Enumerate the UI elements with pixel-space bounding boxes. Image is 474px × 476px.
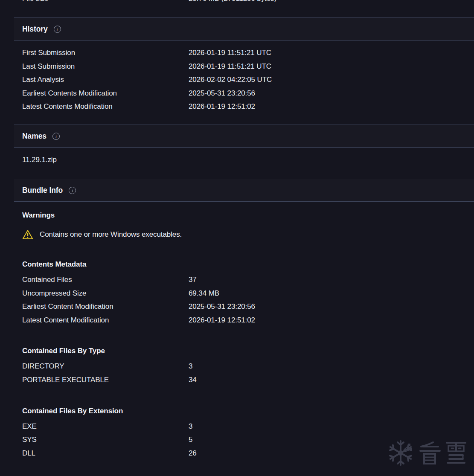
row-value: 2026-01-19 12:51:02 [189,100,255,113]
row-label: Contained Files [22,273,189,287]
table-row: Last Analysis 2026-02-02 04:22:05 UTC [22,73,474,87]
table-row: EXE 3 [22,420,474,433]
names-section-header: Names i [14,125,474,147]
info-icon[interactable]: i [54,26,61,33]
file-size-row: File size 25.76 MB (27011256 bytes) [22,0,474,3]
file-size-label: File size [22,0,189,3]
history-section: History i First Submission 2026-01-19 11… [14,17,474,125]
details-page: History i First Submission 2026-01-19 11… [0,17,474,468]
table-row: Latest Contents Modification 2026-01-19 … [22,100,474,113]
warning-text: Contains one or more Windows executables… [40,230,182,239]
group-title: Contents Metadata [22,260,474,269]
row-value: 37 [189,273,197,287]
row-label: Uncompressed Size [22,287,189,300]
row-label: Earliest Content Modification [22,300,189,313]
table-row: Latest Content Modification 2026-01-19 1… [22,313,474,327]
group-title: Contained Files By Extension [22,406,474,416]
row-value: 2025-05-31 23:20:56 [189,87,255,100]
row-label: Last Submission [22,60,189,73]
table-row: DLL 26 [22,447,474,460]
table-row: Last Submission 2026-01-19 11:51:21 UTC [22,60,474,73]
names-section: Names i 11.29.1.zip [14,125,474,179]
table-row: Contained Files 37 [22,273,474,287]
row-value: 5 [189,433,192,447]
row-value: 2026-01-19 11:51:21 UTC [189,46,271,60]
row-value: 2026-02-02 04:22:05 UTC [189,73,272,87]
table-row: SYS 5 [22,433,474,447]
history-section-header: History i [14,18,474,40]
table-row: PORTABLE EXECUTABLE 34 [22,373,474,387]
row-label: First Submission [22,46,189,60]
warning-item: Contains one or more Windows executables… [22,229,474,240]
row-value: 2025-05-31 23:20:56 [189,300,255,313]
names-body: 11.29.1.zip [14,147,474,179]
row-label: Last Analysis [22,73,189,87]
row-value: 3 [189,360,192,373]
file-size-value: 25.76 MB (27011256 bytes) [189,0,276,3]
row-label: SYS [22,433,189,447]
table-row: First Submission 2026-01-19 11:51:21 UTC [22,46,474,60]
list-item: 11.29.1.zip [22,153,474,167]
bundle-info-section-header: Bundle Info i [14,179,474,201]
row-value: 69.34 MB [189,287,219,300]
row-label: DLL [22,447,189,460]
row-label: EXE [22,420,189,433]
names-title: Names [22,132,47,141]
table-row: DIRECTORY 3 [22,360,474,373]
table-row: Earliest Content Modification 2025-05-31… [22,300,474,313]
row-label: PORTABLE EXECUTABLE [22,373,189,387]
history-title: History [22,25,48,34]
files-by-type-group: Contained Files By Type DIRECTORY 3 PORT… [22,346,474,386]
row-value: 26 [189,447,197,460]
bundle-info-body: Warnings Contains one or more Windows ex… [14,201,474,468]
table-row: Earliest Contents Modification 2025-05-3… [22,87,474,100]
row-label: Earliest Contents Modification [22,87,189,100]
row-label: Latest Content Modification [22,313,189,327]
row-value: 2026-01-19 11:51:21 UTC [189,60,271,73]
row-value: 3 [189,420,192,433]
group-title: Contained Files By Type [22,346,474,356]
row-label: Latest Contents Modification [22,100,189,113]
bundle-info-section: Bundle Info i Warnings Contains one or m… [14,179,474,468]
history-body: First Submission 2026-01-19 11:51:21 UTC… [14,40,474,125]
warnings-title: Warnings [22,211,474,220]
info-icon[interactable]: i [69,187,76,194]
row-label: DIRECTORY [22,360,189,373]
row-value: 34 [189,373,197,387]
info-icon[interactable]: i [52,133,60,140]
warning-icon [22,229,33,240]
table-row: Uncompressed Size 69.34 MB [22,287,474,300]
contents-metadata-group: Contents Metadata Contained Files 37 Unc… [22,260,474,327]
files-by-extension-group: Contained Files By Extension EXE 3 SYS 5… [22,406,474,460]
row-value: 2026-01-19 12:51:02 [189,313,255,327]
bundle-info-title: Bundle Info [22,186,63,195]
